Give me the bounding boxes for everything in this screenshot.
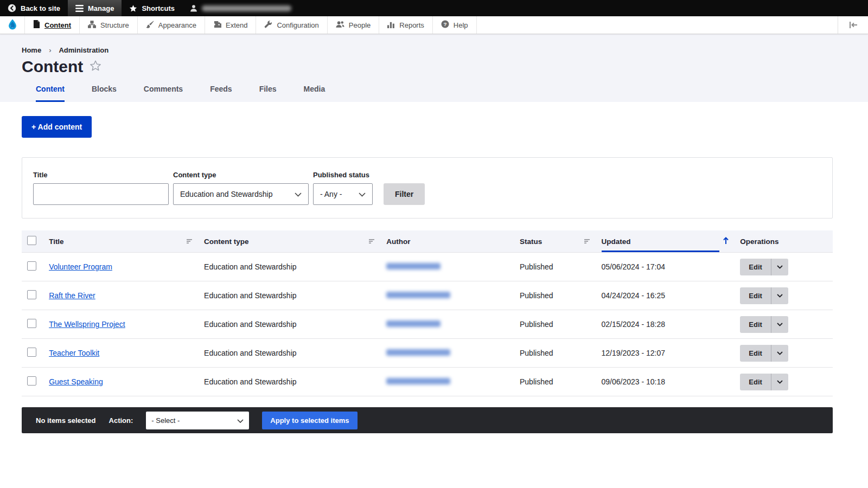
column-header-title[interactable]: Title <box>49 237 64 246</box>
toolbar-item-structure[interactable]: Structure <box>80 16 138 34</box>
content-title-link[interactable]: Teacher Toolkit <box>49 349 99 357</box>
toolbar-item-reports[interactable]: Reports <box>379 16 433 34</box>
chevron-down-icon <box>295 190 302 198</box>
back-to-site-button[interactable]: Back to site <box>0 0 68 16</box>
favorite-star-icon[interactable] <box>90 60 101 74</box>
edit-button[interactable]: Edit <box>740 345 771 362</box>
toolbar-item-help[interactable]: ? Help <box>433 16 477 34</box>
content-title-link[interactable]: Guest Speaking <box>49 377 103 386</box>
toolbar-item-label: Structure <box>100 21 129 29</box>
operations-dropdown-toggle[interactable] <box>771 316 788 333</box>
toolbar-orientation-toggle-icon[interactable] <box>838 16 868 34</box>
toolbar-item-content[interactable]: Content <box>25 16 80 34</box>
operations-dropdown-toggle[interactable] <box>771 287 788 304</box>
toolbar-item-label: Extend <box>226 21 247 29</box>
breadcrumb-current-link[interactable]: Administration <box>59 46 108 54</box>
operations-split-button: Edit <box>740 316 788 333</box>
manage-label: Manage <box>88 4 114 12</box>
shortcuts-label: Shortcuts <box>142 4 175 12</box>
edit-button[interactable]: Edit <box>740 316 771 333</box>
title-filter-input[interactable] <box>33 183 169 205</box>
status-cell: Published <box>514 368 596 396</box>
content-table: Title Content type Author Status Updated… <box>22 230 833 396</box>
user-account-button[interactable] <box>182 0 299 16</box>
sort-lines-icon[interactable] <box>187 237 193 246</box>
edit-button[interactable]: Edit <box>740 287 771 304</box>
column-header-updated[interactable]: Updated <box>602 237 631 246</box>
column-header-content-type[interactable]: Content type <box>204 237 249 246</box>
shortcuts-button[interactable]: Shortcuts <box>122 0 182 16</box>
updated-cell: 05/06/2024 - 17:04 <box>596 253 735 281</box>
people-icon <box>336 21 344 30</box>
chevron-down-icon <box>359 190 366 198</box>
tab-feeds[interactable]: Feeds <box>210 85 232 102</box>
tab-blocks[interactable]: Blocks <box>92 85 117 102</box>
select-all-checkbox[interactable] <box>27 236 36 245</box>
author-link-redacted[interactable] <box>386 292 450 298</box>
filter-button[interactable]: Filter <box>384 183 425 205</box>
operations-split-button: Edit <box>740 374 788 390</box>
main-content: + Add content Title Content type Educati… <box>22 102 833 433</box>
toolbar-item-configuration[interactable]: Configuration <box>256 16 327 34</box>
add-content-button[interactable]: + Add content <box>22 116 92 138</box>
updated-cell: 09/06/2023 - 10:18 <box>596 368 735 396</box>
hamburger-icon <box>75 5 84 12</box>
published-status-selected-value: - Any - <box>320 190 342 198</box>
user-icon <box>190 4 197 12</box>
bulk-action-select[interactable]: - Select - <box>146 412 249 429</box>
toolbar-item-label: Help <box>454 21 468 29</box>
document-icon <box>33 20 40 30</box>
column-header-status[interactable]: Status <box>520 237 542 246</box>
row-checkbox[interactable] <box>27 319 36 328</box>
updated-cell: 04/24/2024 - 16:25 <box>596 281 735 310</box>
tab-comments[interactable]: Comments <box>144 85 183 102</box>
row-checkbox[interactable] <box>27 348 36 357</box>
breadcrumb-separator: › <box>49 46 51 54</box>
content-type-select[interactable]: Education and Stewardship <box>173 183 309 205</box>
toolbar-item-appearance[interactable]: Appearance <box>138 16 205 34</box>
content-title-link[interactable]: Volunteer Program <box>49 262 112 271</box>
operations-split-button: Edit <box>740 259 788 275</box>
content-title-link[interactable]: The Wellspring Project <box>49 320 125 329</box>
drupal-logo[interactable] <box>0 16 25 34</box>
apply-to-selected-button[interactable]: Apply to selected items <box>262 412 357 429</box>
content-type-filter-label: Content type <box>173 171 309 179</box>
tab-content[interactable]: Content <box>36 85 65 102</box>
content-title-link[interactable]: Raft the River <box>49 291 95 300</box>
breadcrumb-home-link[interactable]: Home <box>22 46 41 54</box>
filter-panel: Title Content type Education and Steward… <box>22 157 833 219</box>
sort-lines-icon[interactable] <box>369 237 375 246</box>
operations-dropdown-toggle[interactable] <box>771 345 788 362</box>
operations-split-button: Edit <box>740 287 788 304</box>
operations-dropdown-toggle[interactable] <box>771 259 788 275</box>
row-checkbox[interactable] <box>27 261 36 271</box>
edit-button[interactable]: Edit <box>740 259 771 275</box>
author-link-redacted[interactable] <box>386 263 441 269</box>
author-link-redacted[interactable] <box>386 378 450 384</box>
star-icon <box>129 4 137 12</box>
table-row: Teacher Toolkit Education and Stewardshi… <box>22 339 833 368</box>
edit-button[interactable]: Edit <box>740 374 771 390</box>
content-type-cell: Education and Stewardship <box>199 253 381 281</box>
sort-lines-icon[interactable] <box>584 237 591 246</box>
column-header-author[interactable]: Author <box>386 237 410 246</box>
status-cell: Published <box>514 253 596 281</box>
table-row: Guest Speaking Education and Stewardship… <box>22 368 833 396</box>
published-status-select[interactable]: - Any - <box>313 183 373 205</box>
manage-menu-button[interactable]: Manage <box>68 0 122 16</box>
toolbar-item-extend[interactable]: Extend <box>205 16 256 34</box>
row-checkbox[interactable] <box>27 290 36 299</box>
puzzle-icon <box>213 21 221 30</box>
bulk-action-selected-value: - Select - <box>151 416 180 425</box>
operations-dropdown-toggle[interactable] <box>771 374 788 390</box>
page-title: Content <box>22 57 83 76</box>
toolbar-item-people[interactable]: People <box>328 16 379 34</box>
toolbar-item-label: Reports <box>399 21 424 29</box>
author-link-redacted[interactable] <box>386 320 441 327</box>
row-checkbox[interactable] <box>27 376 36 386</box>
tab-media[interactable]: Media <box>304 85 326 102</box>
help-icon: ? <box>441 20 449 30</box>
bulk-actions-bar: No items selected Action: - Select - App… <box>22 407 833 433</box>
author-link-redacted[interactable] <box>386 349 450 356</box>
tab-files[interactable]: Files <box>259 85 277 102</box>
